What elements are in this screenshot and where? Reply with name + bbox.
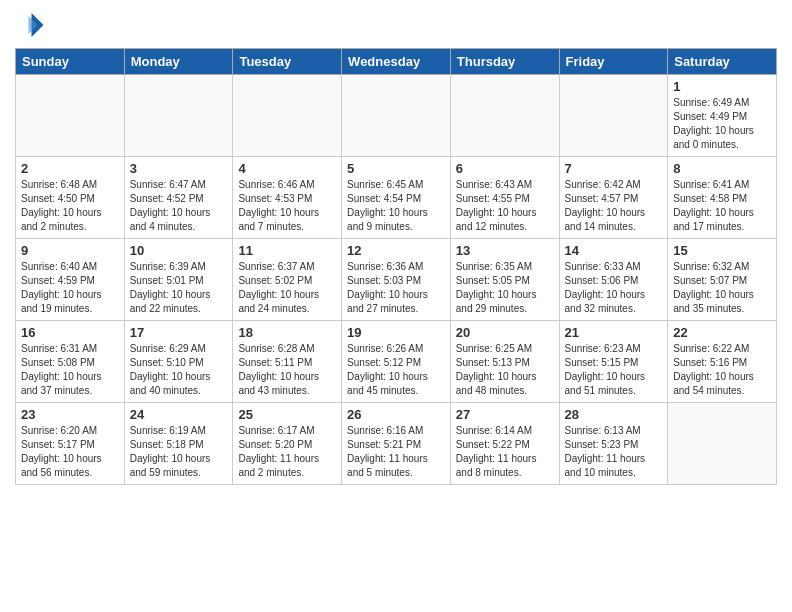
calendar-cell: 25Sunrise: 6:17 AM Sunset: 5:20 PM Dayli… bbox=[233, 403, 342, 485]
calendar-cell: 21Sunrise: 6:23 AM Sunset: 5:15 PM Dayli… bbox=[559, 321, 668, 403]
weekday-saturday: Saturday bbox=[668, 49, 777, 75]
weekday-wednesday: Wednesday bbox=[342, 49, 451, 75]
calendar-cell: 24Sunrise: 6:19 AM Sunset: 5:18 PM Dayli… bbox=[124, 403, 233, 485]
day-info: Sunrise: 6:41 AM Sunset: 4:58 PM Dayligh… bbox=[673, 178, 771, 234]
day-info: Sunrise: 6:37 AM Sunset: 5:02 PM Dayligh… bbox=[238, 260, 336, 316]
day-number: 16 bbox=[21, 325, 119, 340]
day-number: 10 bbox=[130, 243, 228, 258]
day-number: 1 bbox=[673, 79, 771, 94]
day-info: Sunrise: 6:33 AM Sunset: 5:06 PM Dayligh… bbox=[565, 260, 663, 316]
calendar-cell bbox=[124, 75, 233, 157]
day-number: 27 bbox=[456, 407, 554, 422]
day-info: Sunrise: 6:46 AM Sunset: 4:53 PM Dayligh… bbox=[238, 178, 336, 234]
day-number: 18 bbox=[238, 325, 336, 340]
calendar-cell bbox=[16, 75, 125, 157]
day-info: Sunrise: 6:20 AM Sunset: 5:17 PM Dayligh… bbox=[21, 424, 119, 480]
week-row-4: 23Sunrise: 6:20 AM Sunset: 5:17 PM Dayli… bbox=[16, 403, 777, 485]
day-info: Sunrise: 6:42 AM Sunset: 4:57 PM Dayligh… bbox=[565, 178, 663, 234]
weekday-tuesday: Tuesday bbox=[233, 49, 342, 75]
day-info: Sunrise: 6:35 AM Sunset: 5:05 PM Dayligh… bbox=[456, 260, 554, 316]
calendar-cell bbox=[668, 403, 777, 485]
day-info: Sunrise: 6:49 AM Sunset: 4:49 PM Dayligh… bbox=[673, 96, 771, 152]
weekday-monday: Monday bbox=[124, 49, 233, 75]
calendar-table: SundayMondayTuesdayWednesdayThursdayFrid… bbox=[15, 48, 777, 485]
day-number: 8 bbox=[673, 161, 771, 176]
calendar-cell: 2Sunrise: 6:48 AM Sunset: 4:50 PM Daylig… bbox=[16, 157, 125, 239]
day-number: 15 bbox=[673, 243, 771, 258]
day-info: Sunrise: 6:40 AM Sunset: 4:59 PM Dayligh… bbox=[21, 260, 119, 316]
week-row-0: 1Sunrise: 6:49 AM Sunset: 4:49 PM Daylig… bbox=[16, 75, 777, 157]
calendar-cell: 5Sunrise: 6:45 AM Sunset: 4:54 PM Daylig… bbox=[342, 157, 451, 239]
day-info: Sunrise: 6:31 AM Sunset: 5:08 PM Dayligh… bbox=[21, 342, 119, 398]
day-info: Sunrise: 6:13 AM Sunset: 5:23 PM Dayligh… bbox=[565, 424, 663, 480]
calendar-cell bbox=[450, 75, 559, 157]
weekday-sunday: Sunday bbox=[16, 49, 125, 75]
day-number: 7 bbox=[565, 161, 663, 176]
day-number: 20 bbox=[456, 325, 554, 340]
week-row-3: 16Sunrise: 6:31 AM Sunset: 5:08 PM Dayli… bbox=[16, 321, 777, 403]
calendar-cell: 12Sunrise: 6:36 AM Sunset: 5:03 PM Dayli… bbox=[342, 239, 451, 321]
calendar-cell: 11Sunrise: 6:37 AM Sunset: 5:02 PM Dayli… bbox=[233, 239, 342, 321]
calendar-cell bbox=[559, 75, 668, 157]
day-info: Sunrise: 6:26 AM Sunset: 5:12 PM Dayligh… bbox=[347, 342, 445, 398]
day-info: Sunrise: 6:22 AM Sunset: 5:16 PM Dayligh… bbox=[673, 342, 771, 398]
calendar-cell: 17Sunrise: 6:29 AM Sunset: 5:10 PM Dayli… bbox=[124, 321, 233, 403]
day-info: Sunrise: 6:19 AM Sunset: 5:18 PM Dayligh… bbox=[130, 424, 228, 480]
calendar-cell: 28Sunrise: 6:13 AM Sunset: 5:23 PM Dayli… bbox=[559, 403, 668, 485]
day-number: 23 bbox=[21, 407, 119, 422]
day-number: 6 bbox=[456, 161, 554, 176]
day-info: Sunrise: 6:39 AM Sunset: 5:01 PM Dayligh… bbox=[130, 260, 228, 316]
day-number: 26 bbox=[347, 407, 445, 422]
day-info: Sunrise: 6:36 AM Sunset: 5:03 PM Dayligh… bbox=[347, 260, 445, 316]
day-number: 19 bbox=[347, 325, 445, 340]
day-number: 13 bbox=[456, 243, 554, 258]
day-info: Sunrise: 6:16 AM Sunset: 5:21 PM Dayligh… bbox=[347, 424, 445, 480]
weekday-thursday: Thursday bbox=[450, 49, 559, 75]
day-info: Sunrise: 6:25 AM Sunset: 5:13 PM Dayligh… bbox=[456, 342, 554, 398]
calendar-cell: 3Sunrise: 6:47 AM Sunset: 4:52 PM Daylig… bbox=[124, 157, 233, 239]
calendar-cell: 23Sunrise: 6:20 AM Sunset: 5:17 PM Dayli… bbox=[16, 403, 125, 485]
calendar-cell: 6Sunrise: 6:43 AM Sunset: 4:55 PM Daylig… bbox=[450, 157, 559, 239]
day-info: Sunrise: 6:29 AM Sunset: 5:10 PM Dayligh… bbox=[130, 342, 228, 398]
day-number: 11 bbox=[238, 243, 336, 258]
day-number: 24 bbox=[130, 407, 228, 422]
day-number: 3 bbox=[130, 161, 228, 176]
day-number: 14 bbox=[565, 243, 663, 258]
calendar-cell: 4Sunrise: 6:46 AM Sunset: 4:53 PM Daylig… bbox=[233, 157, 342, 239]
day-number: 22 bbox=[673, 325, 771, 340]
week-row-2: 9Sunrise: 6:40 AM Sunset: 4:59 PM Daylig… bbox=[16, 239, 777, 321]
day-number: 21 bbox=[565, 325, 663, 340]
calendar-cell: 9Sunrise: 6:40 AM Sunset: 4:59 PM Daylig… bbox=[16, 239, 125, 321]
calendar-cell: 16Sunrise: 6:31 AM Sunset: 5:08 PM Dayli… bbox=[16, 321, 125, 403]
calendar-cell: 7Sunrise: 6:42 AM Sunset: 4:57 PM Daylig… bbox=[559, 157, 668, 239]
day-info: Sunrise: 6:48 AM Sunset: 4:50 PM Dayligh… bbox=[21, 178, 119, 234]
day-info: Sunrise: 6:28 AM Sunset: 5:11 PM Dayligh… bbox=[238, 342, 336, 398]
day-info: Sunrise: 6:47 AM Sunset: 4:52 PM Dayligh… bbox=[130, 178, 228, 234]
calendar-cell: 27Sunrise: 6:14 AM Sunset: 5:22 PM Dayli… bbox=[450, 403, 559, 485]
week-row-1: 2Sunrise: 6:48 AM Sunset: 4:50 PM Daylig… bbox=[16, 157, 777, 239]
day-number: 12 bbox=[347, 243, 445, 258]
page: SundayMondayTuesdayWednesdayThursdayFrid… bbox=[0, 0, 792, 612]
header bbox=[15, 10, 777, 40]
day-info: Sunrise: 6:23 AM Sunset: 5:15 PM Dayligh… bbox=[565, 342, 663, 398]
logo-icon bbox=[15, 10, 45, 40]
calendar-cell: 13Sunrise: 6:35 AM Sunset: 5:05 PM Dayli… bbox=[450, 239, 559, 321]
day-number: 4 bbox=[238, 161, 336, 176]
day-number: 5 bbox=[347, 161, 445, 176]
calendar-cell: 15Sunrise: 6:32 AM Sunset: 5:07 PM Dayli… bbox=[668, 239, 777, 321]
calendar-cell: 20Sunrise: 6:25 AM Sunset: 5:13 PM Dayli… bbox=[450, 321, 559, 403]
day-number: 17 bbox=[130, 325, 228, 340]
calendar-cell bbox=[233, 75, 342, 157]
calendar-cell: 10Sunrise: 6:39 AM Sunset: 5:01 PM Dayli… bbox=[124, 239, 233, 321]
day-number: 28 bbox=[565, 407, 663, 422]
calendar-cell: 19Sunrise: 6:26 AM Sunset: 5:12 PM Dayli… bbox=[342, 321, 451, 403]
weekday-friday: Friday bbox=[559, 49, 668, 75]
calendar-cell: 1Sunrise: 6:49 AM Sunset: 4:49 PM Daylig… bbox=[668, 75, 777, 157]
calendar-cell: 18Sunrise: 6:28 AM Sunset: 5:11 PM Dayli… bbox=[233, 321, 342, 403]
logo bbox=[15, 10, 47, 40]
calendar-cell bbox=[342, 75, 451, 157]
day-info: Sunrise: 6:17 AM Sunset: 5:20 PM Dayligh… bbox=[238, 424, 336, 480]
calendar-cell: 14Sunrise: 6:33 AM Sunset: 5:06 PM Dayli… bbox=[559, 239, 668, 321]
day-number: 9 bbox=[21, 243, 119, 258]
day-info: Sunrise: 6:32 AM Sunset: 5:07 PM Dayligh… bbox=[673, 260, 771, 316]
